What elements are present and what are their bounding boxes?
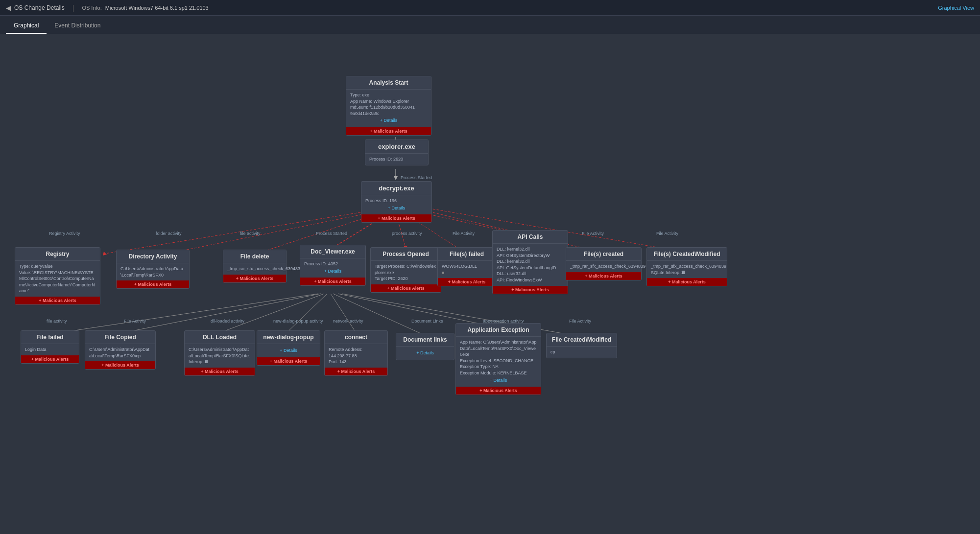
connect-title: connect bbox=[325, 331, 387, 344]
doc-viewer-body: Process ID: 4052 + Details bbox=[300, 258, 365, 278]
files-created-modified-node: File(s) Created\Modified _tmp_rar_sfx_ac… bbox=[646, 247, 727, 286]
file-failed-title: File failed bbox=[21, 331, 79, 344]
decrypt-details-link[interactable]: + Details bbox=[365, 204, 428, 212]
edge-label-new-dialog: new-dialog-popup activity bbox=[273, 319, 323, 324]
api-calls-malicious-alerts[interactable]: + Malicious Alerts bbox=[493, 286, 568, 294]
file-delete-title: File delete bbox=[223, 250, 286, 263]
app-exception-module: Exception Module: KERNELBASE bbox=[460, 370, 537, 376]
new-dialog-node: new-dialog-popup + Details + Malicious A… bbox=[257, 330, 320, 366]
directory-node: Directory Activity C:\Users\Administrato… bbox=[116, 250, 190, 289]
app-exception-details-link[interactable]: + Details bbox=[460, 376, 537, 385]
edge-label-file-right: File Activity bbox=[582, 231, 604, 236]
file-delete-body: _tmp_rar_sfx_access_check_6394839 bbox=[223, 263, 286, 275]
file-delete-node: File delete _tmp_rar_sfx_access_check_63… bbox=[223, 250, 287, 283]
graphical-view-link[interactable]: Graphical View bbox=[938, 5, 974, 11]
analysis-malicious-alerts[interactable]: + Malicious Alerts bbox=[346, 127, 431, 135]
files-failed-malicious-alerts[interactable]: + Malicious Alerts bbox=[438, 278, 496, 286]
file-created-modified-2-node: File Created\Modified cp bbox=[546, 333, 617, 358]
doc-viewer-title: Doc_Viewer.exe bbox=[300, 245, 365, 258]
file-created-modified-2-title: File Created\Modified bbox=[547, 333, 617, 347]
api-calls-body: DLL: kernel32.dll API: GetSystemDirector… bbox=[493, 244, 568, 286]
file-copied-body: C:\Users\Administrator\AppData\Local\Tem… bbox=[85, 344, 155, 361]
files-created-path: _tmp_rar_sfx_access_check_6394839 bbox=[570, 263, 637, 270]
file-failed-login: Login Data bbox=[25, 347, 75, 353]
files-failed-node: File(s) failed WOW64LOG.DLL ■ + Maliciou… bbox=[437, 247, 496, 286]
decrypt-title: decrypt.exe bbox=[361, 182, 431, 195]
analysis-md5: md5sum: f112bd9b20d8d350041 9a0d41de2a9c bbox=[350, 104, 427, 116]
main-canvas: Registry Activity folder activity file a… bbox=[0, 34, 980, 534]
app-exception-title: Application Exception bbox=[456, 324, 541, 337]
files-created-modified-malicious-alerts[interactable]: + Malicious Alerts bbox=[647, 278, 727, 286]
analysis-start-node: Analysis Start Type: exe App Name: Windo… bbox=[346, 76, 431, 136]
new-dialog-malicious-alerts[interactable]: + Malicious Alerts bbox=[257, 357, 320, 365]
file-failed-node: File failed Login Data + Malicious Alert… bbox=[21, 330, 79, 364]
analysis-type: Type: exe bbox=[350, 92, 427, 98]
new-dialog-title: new-dialog-popup bbox=[257, 331, 320, 344]
explorer-body: Process ID: 2620 bbox=[365, 154, 428, 165]
connect-malicious-alerts[interactable]: + Malicious Alerts bbox=[325, 368, 387, 375]
api-calls-dll1: DLL: kernel32.dll bbox=[497, 246, 564, 253]
files-created-modified-path2: SQLite.Interop.dll bbox=[651, 270, 723, 276]
file-failed-malicious-alerts[interactable]: + Malicious Alerts bbox=[21, 355, 79, 363]
dll-loaded-title: DLL Loaded bbox=[185, 331, 255, 344]
file-copied-title: File Copied bbox=[85, 331, 155, 344]
files-created-modified-path: _tmp_rar_sfx_access_check_6394839 bbox=[651, 263, 723, 270]
edge-label-file-far-right: File Activity bbox=[656, 231, 678, 236]
file-failed-body: Login Data bbox=[21, 344, 79, 355]
decrypt-malicious-alerts[interactable]: + Malicious Alerts bbox=[361, 214, 431, 222]
new-dialog-details-link[interactable]: + Details bbox=[261, 347, 316, 355]
tab-graphical[interactable]: Graphical bbox=[6, 18, 47, 34]
file-delete-malicious-alerts[interactable]: + Malicious Alerts bbox=[223, 275, 286, 282]
api-calls-node: API Calls DLL: kernel32.dll API: GetSyst… bbox=[492, 230, 568, 294]
doc-viewer-malicious-alerts[interactable]: + Malicious Alerts bbox=[300, 278, 365, 285]
files-created-malicious-alerts[interactable]: + Malicious Alerts bbox=[566, 272, 641, 280]
explorer-node: explorer.exe Process ID: 2620 bbox=[365, 139, 429, 165]
dll-loaded-node: DLL Loaded C:\Users\Administrator\AppDat… bbox=[184, 330, 255, 376]
edge-label-registry: Registry Activity bbox=[49, 231, 80, 236]
directory-title: Directory Activity bbox=[117, 250, 189, 263]
process-opened-target: Target Process: C:\Windows\explorer.exe bbox=[375, 263, 437, 276]
api-calls-api3: API: FindWindowsExW bbox=[497, 277, 564, 283]
svg-marker-6 bbox=[103, 252, 107, 255]
new-dialog-body: + Details bbox=[257, 344, 320, 357]
doc-viewer-details-link[interactable]: + Details bbox=[304, 267, 361, 276]
files-failed-square: ■ bbox=[442, 270, 492, 276]
process-opened-malicious-alerts[interactable]: + Malicious Alerts bbox=[371, 284, 441, 292]
app-exception-level: Exception Level: SECOND_CHANCE bbox=[460, 358, 537, 364]
tab-event-distribution[interactable]: Event Distribution bbox=[47, 18, 108, 34]
app-exception-body: App Name: C:\Users\Administrator\AppData… bbox=[456, 337, 541, 387]
edge-label-doc-links: Document Links bbox=[411, 319, 443, 324]
analysis-app-name: App Name: Windows Explorer bbox=[350, 98, 427, 105]
api-calls-dll3: DLL: user32.dll bbox=[497, 271, 564, 277]
file-created-modified-2-path: cp bbox=[550, 349, 613, 355]
edge-label-process-mid: Process Started bbox=[316, 231, 347, 236]
file-copied-node: File Copied C:\Users\Administrator\AppDa… bbox=[85, 330, 156, 370]
svg-line-31 bbox=[331, 294, 356, 333]
api-calls-api1: API: GetSystemDirectoryW bbox=[497, 253, 564, 259]
files-failed-title: File(s) failed bbox=[438, 248, 496, 261]
edge-label-dll-loaded: dll-loaded activity bbox=[211, 319, 244, 324]
edge-label-process-started-top: Process Started bbox=[401, 175, 432, 180]
decrypt-body: Process ID: 196 + Details bbox=[361, 195, 431, 214]
app-exception-malicious-alerts[interactable]: + Malicious Alerts bbox=[456, 387, 541, 395]
file-copied-malicious-alerts[interactable]: + Malicious Alerts bbox=[85, 361, 155, 369]
decrypt-pid: Process ID: 196 bbox=[365, 198, 428, 204]
files-created-body: _tmp_rar_sfx_access_check_6394839 bbox=[566, 261, 641, 272]
analysis-details-link[interactable]: + Details bbox=[350, 116, 427, 125]
connect-port: Port: 143 bbox=[329, 359, 383, 365]
dll-loaded-malicious-alerts[interactable]: + Malicious Alerts bbox=[185, 368, 255, 375]
divider: | bbox=[72, 4, 74, 12]
top-bar: ◀ OS Change Details | OS Info: Microsoft… bbox=[0, 0, 980, 16]
doc-links-details-link[interactable]: + Details bbox=[400, 349, 450, 357]
svg-line-27 bbox=[219, 294, 324, 333]
api-calls-api2: API: GetSystemDefaultLangID bbox=[497, 265, 564, 271]
edge-label-file-activity-right: File Activity bbox=[453, 231, 475, 236]
directory-malicious-alerts[interactable]: + Malicious Alerts bbox=[117, 280, 189, 288]
registry-malicious-alerts[interactable]: + Malicious Alerts bbox=[15, 297, 100, 304]
back-arrow-icon[interactable]: ◀ bbox=[6, 4, 11, 12]
files-created-modified-title: File(s) Created\Modified bbox=[647, 248, 727, 261]
process-opened-pid: Target PID: 2620 bbox=[375, 276, 437, 282]
connect-node: connect Remote Address: 144.208.77.88 Po… bbox=[324, 330, 388, 376]
file-delete-path: _tmp_rar_sfx_access_check_6394839 bbox=[227, 266, 282, 272]
api-calls-dll2: DLL: kernel32.dll bbox=[497, 258, 564, 265]
